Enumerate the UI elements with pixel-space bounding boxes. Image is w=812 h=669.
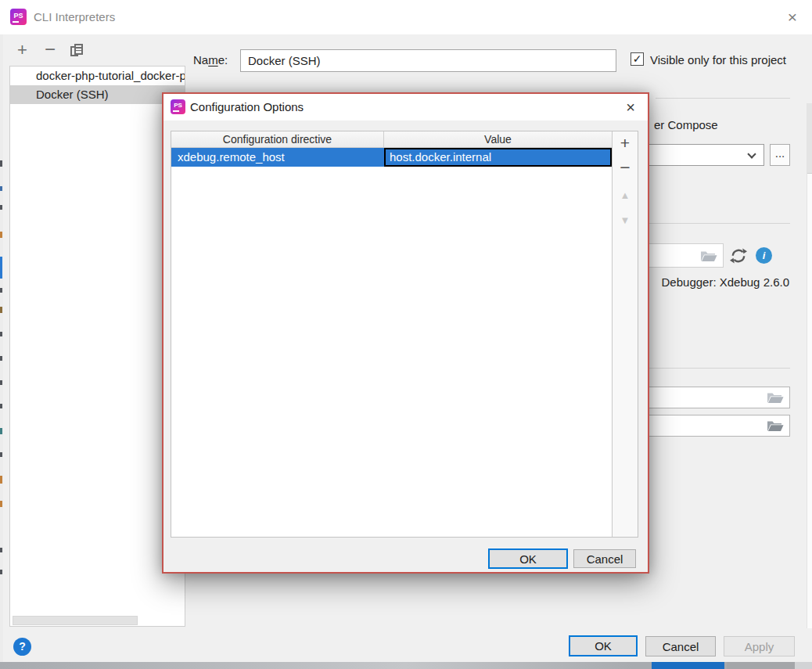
edge-segment (727, 662, 795, 669)
ide-edge-mark (0, 160, 2, 167)
horizontal-scrollbar[interactable] (10, 615, 185, 626)
window-bottom-edge (0, 662, 812, 669)
add-row-icon[interactable]: + (613, 134, 638, 153)
list-item-selected[interactable]: Docker (SSH) (10, 85, 185, 104)
list-item[interactable]: docker-php-tutorial_docker-p (10, 67, 185, 85)
docker-compose-label-fragment: er Compose (654, 118, 718, 131)
ide-edge-mark (0, 501, 2, 507)
ide-edge-mark (0, 232, 2, 238)
copy-interpreter-icon[interactable] (70, 44, 84, 57)
name-label-mnemonic: m (208, 53, 218, 67)
edge-segment (652, 662, 724, 669)
table-toolbar: + − ▲ ▼ (612, 131, 638, 537)
modal-title: Configuration Options (190, 94, 304, 120)
phpstorm-logo-icon: PS (171, 99, 185, 114)
window-title: CLI Interpreters (34, 0, 115, 34)
ide-edge-mark (0, 332, 2, 336)
open-folder-icon[interactable] (699, 249, 718, 262)
ide-edge-mark (0, 380, 2, 385)
ide-edge-mark (0, 476, 2, 484)
move-up-icon-disabled: ▲ (613, 189, 638, 201)
browse-ellipsis-button[interactable]: ... (770, 144, 790, 166)
ok-button[interactable]: OK (569, 635, 638, 656)
background-ide-edge (0, 34, 3, 662)
ide-edge-mark (0, 186, 2, 191)
ide-edge-mark (0, 307, 2, 313)
directives-table-panel: Configuration directive Value xdebug.rem… (171, 131, 638, 538)
name-label-post: e: (218, 53, 228, 67)
directives-table: Configuration directive Value xdebug.rem… (171, 131, 612, 537)
ide-edge-mark (0, 548, 2, 552)
apply-button-disabled: Apply (724, 636, 795, 656)
scrollbar-thumb[interactable] (13, 616, 138, 625)
interpreter-list: docker-php-tutorial_docker-p Docker (SSH… (9, 66, 185, 627)
separator (656, 98, 790, 99)
value-cell-editing[interactable]: host.docker.internal (384, 148, 612, 167)
open-folder-icon[interactable] (766, 419, 785, 433)
table-header-row: Configuration directive Value (171, 131, 612, 148)
column-header-value[interactable]: Value (384, 131, 612, 147)
modal-titlebar: PS Configuration Options × (163, 94, 648, 120)
modal-ok-button[interactable]: OK (488, 549, 568, 569)
vertical-scrollbar[interactable] (807, 103, 812, 628)
ide-edge-mark (0, 356, 2, 361)
scrollbar-thumb[interactable] (807, 103, 812, 174)
debugger-version-label: Debugger: Xdebug 2.6.0 (655, 275, 789, 289)
ide-edge-mark (0, 404, 2, 408)
add-interpreter-icon[interactable]: + (17, 40, 27, 60)
reload-phpinfo-icon[interactable] (729, 246, 748, 265)
phpstorm-logo-icon: PS (10, 9, 27, 25)
visible-project-label: Visible only for this project (650, 53, 786, 67)
modal-close-icon[interactable]: × (620, 97, 641, 117)
cancel-button[interactable]: Cancel (645, 636, 716, 656)
remove-interpreter-icon[interactable]: − (45, 38, 56, 60)
configuration-options-dialog: PS Configuration Options × Configuration… (162, 92, 649, 574)
help-icon[interactable]: ? (13, 638, 31, 656)
copy-icon-front (74, 44, 83, 55)
name-label-pre: Na (193, 53, 208, 67)
cli-interpreters-dialog: PS CLI Interpreters × + − docker-php-tut… (0, 0, 812, 669)
column-header-directive[interactable]: Configuration directive (171, 131, 384, 147)
modal-cancel-button[interactable]: Cancel (573, 549, 636, 568)
info-icon[interactable]: i (756, 247, 772, 264)
visible-project-checkbox[interactable]: ✓ (631, 52, 644, 66)
ide-edge-mark (0, 257, 2, 279)
table-row-selected[interactable]: xdebug.remote_host host.docker.internal (171, 148, 612, 167)
ide-edge-mark (0, 205, 2, 210)
window-titlebar: PS CLI Interpreters × (0, 0, 812, 34)
chevron-down-icon (747, 149, 756, 158)
edge-segment (795, 662, 812, 669)
name-label: Name: (193, 53, 228, 67)
window-close-icon[interactable]: × (781, 6, 804, 28)
ide-edge-mark (0, 570, 2, 574)
remove-row-icon[interactable]: − (613, 157, 638, 178)
name-input[interactable] (240, 49, 616, 72)
directive-cell[interactable]: xdebug.remote_host (171, 148, 384, 167)
ide-edge-mark (0, 428, 2, 434)
ide-edge-mark (0, 288, 2, 293)
open-folder-icon[interactable] (766, 391, 785, 405)
move-down-icon-disabled: ▼ (613, 214, 638, 226)
ide-edge-mark (0, 452, 2, 457)
